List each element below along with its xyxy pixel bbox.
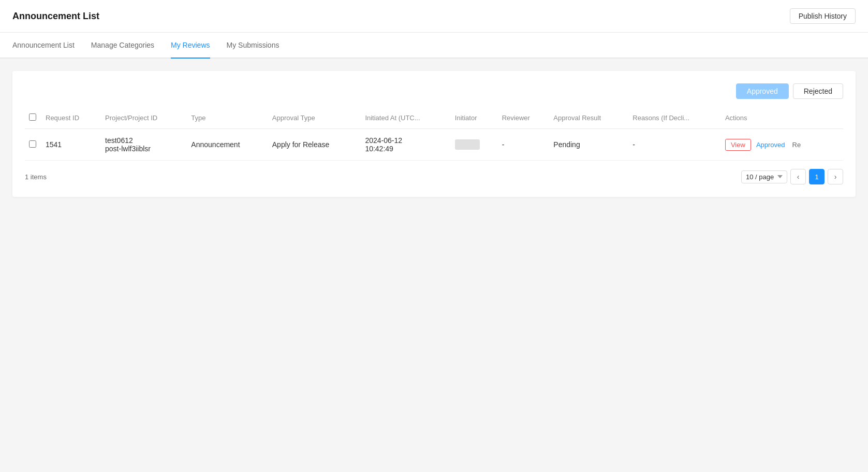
project-id-value: post-lwlf3iiblsr [105,145,183,153]
page-header: Announcement List Publish History [0,0,868,33]
view-button[interactable]: View [725,139,751,151]
select-all-checkbox[interactable] [29,113,36,121]
cell-approval-result: Pending [549,129,628,161]
tab-my-submissions[interactable]: My Submissions [227,33,279,59]
approved-action-button[interactable]: Approved [753,139,788,150]
page-size-select[interactable]: 10 / page 20 / page 50 / page [741,170,787,183]
initiator-avatar [455,139,480,150]
cell-request-id: 1541 [41,129,101,161]
table-header: Request ID Project/Project ID Type Appro… [25,107,843,129]
cell-project-id: test0612 post-lwlf3iiblsr [101,129,187,161]
col-reviewer: Reviewer [498,107,550,129]
tab-manage-categories[interactable]: Manage Categories [91,33,154,59]
col-approval-result: Approval Result [549,107,628,129]
tab-my-reviews[interactable]: My Reviews [171,33,210,59]
col-initiator: Initiator [451,107,498,129]
cell-reasons: - [628,129,721,161]
col-type: Type [187,107,268,129]
tab-announcement-list[interactable]: Announcement List [12,33,75,59]
items-count: 1 items [25,173,47,181]
col-initiated-at: Initiated At (UTC... [361,107,450,129]
main-content: Approved Rejected Request ID Project/Pro… [0,59,868,209]
nav-tabs: Announcement List Manage Categories My R… [0,33,868,59]
project-name: test0612 [105,136,183,145]
cell-type: Announcement [187,129,268,161]
select-all-cell [25,107,41,129]
cell-approval-type: Apply for Release [268,129,361,161]
pagination-prev[interactable]: ‹ [790,169,806,184]
table-footer: 1 items 10 / page 20 / page 50 / page ‹ … [25,169,843,184]
cell-reviewer: - [498,129,550,161]
table-row: 1541 test0612 post-lwlf3iiblsr Announcem… [25,129,843,161]
col-project-id: Project/Project ID [101,107,187,129]
page-title: Announcement List [12,11,99,22]
row-checkbox[interactable] [29,140,36,148]
reviews-card: Approved Rejected Request ID Project/Pro… [12,71,856,197]
publish-history-button[interactable]: Publish History [790,8,856,24]
col-request-id: Request ID [41,107,101,129]
cell-initiated-at: 2024-06-12 10:42:49 [361,129,450,161]
col-approval-type: Approval Type [268,107,361,129]
reviews-table: Request ID Project/Project ID Type Appro… [25,107,843,161]
re-action-button[interactable]: Re [790,139,803,150]
table-body: 1541 test0612 post-lwlf3iiblsr Announcem… [25,129,843,161]
filter-approved-button[interactable]: Approved [736,83,789,99]
col-reasons: Reasons (If Decli... [628,107,721,129]
filter-row: Approved Rejected [25,83,843,99]
cell-actions: View Approved Re [721,129,843,161]
pagination: 10 / page 20 / page 50 / page ‹ 1 › [741,169,843,184]
filter-rejected-button[interactable]: Rejected [793,83,843,99]
pagination-next[interactable]: › [828,169,843,184]
row-checkbox-cell [25,129,41,161]
pagination-page-1[interactable]: 1 [809,169,825,184]
col-actions: Actions [721,107,843,129]
cell-initiator [451,129,498,161]
actions-container: View Approved Re [725,139,839,151]
